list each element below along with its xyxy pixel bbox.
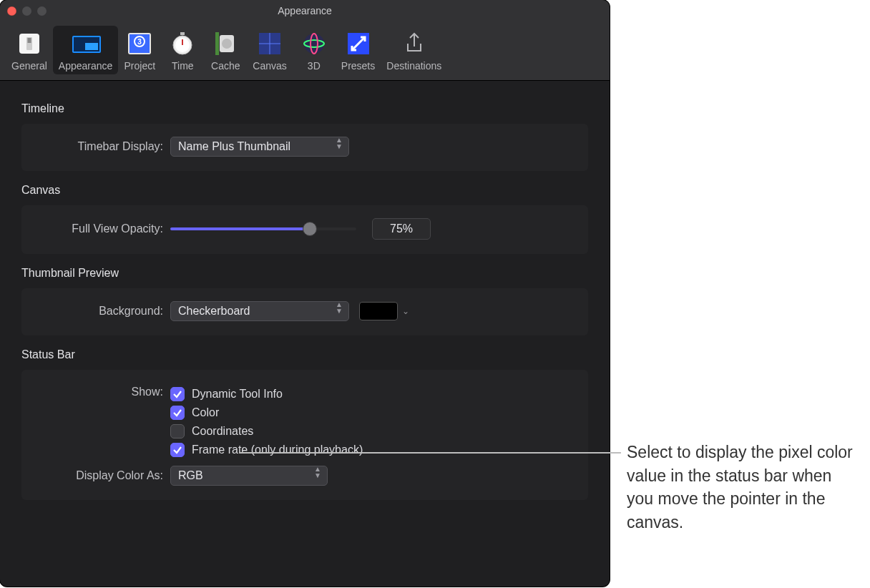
- tab-label: Canvas: [253, 60, 286, 72]
- thumbnail-section-title: Thumbnail Preview: [21, 267, 588, 280]
- background-label: Background:: [34, 305, 170, 318]
- tab-label: Time: [172, 60, 194, 72]
- window-title: Appearance: [0, 5, 610, 16]
- drive-icon: [210, 30, 240, 57]
- popup-value: Checkerboard: [178, 305, 250, 318]
- tab-canvas[interactable]: Canvas: [247, 26, 292, 74]
- show-label: Show:: [34, 386, 170, 398]
- tab-time[interactable]: Time: [161, 26, 204, 74]
- checkbox-label: Coordinates: [192, 425, 253, 438]
- grid-icon: [255, 30, 285, 57]
- svg-text:3: 3: [138, 38, 142, 46]
- background-color-swatch[interactable]: [359, 302, 398, 320]
- preferences-window: Appearance General Appearance 3 Project: [0, 0, 610, 587]
- tab-cache[interactable]: Cache: [204, 26, 247, 74]
- opacity-value[interactable]: 75%: [372, 218, 431, 240]
- sphere-icon: [299, 30, 329, 57]
- chevron-down-icon[interactable]: ⌄: [402, 306, 409, 316]
- frame-rate-checkbox[interactable]: [170, 443, 185, 457]
- full-view-opacity-label: Full View Opacity:: [34, 222, 170, 235]
- svg-rect-13: [180, 32, 185, 35]
- canvas-section-title: Canvas: [21, 184, 588, 197]
- canvas-panel: Full View Opacity: 75%: [21, 205, 588, 254]
- clapper-icon: 3: [124, 30, 155, 57]
- stepper-icon: ▲▼: [336, 140, 343, 153]
- timeline-panel: Timebar Display: Name Plus Thumbnail ▲▼: [21, 124, 588, 171]
- tab-appearance[interactable]: Appearance: [53, 26, 119, 74]
- stepper-icon: ▲▼: [336, 305, 343, 318]
- svg-rect-14: [215, 32, 219, 55]
- tab-label: Destinations: [386, 60, 441, 72]
- preferences-toolbar: General Appearance 3 Project Time: [0, 21, 610, 81]
- timebar-display-label: Timebar Display:: [34, 140, 170, 153]
- tab-destinations[interactable]: Destinations: [381, 26, 447, 74]
- tab-general[interactable]: General: [6, 26, 53, 74]
- tab-label: Project: [124, 60, 156, 72]
- display-color-as-label: Display Color As:: [34, 469, 170, 482]
- tab-presets[interactable]: Presets: [336, 26, 381, 74]
- slider-knob[interactable]: [303, 222, 317, 236]
- svg-rect-2: [27, 38, 31, 43]
- display-color-as-popup[interactable]: RGB ▲▼: [170, 466, 328, 486]
- switch-icon: [14, 30, 44, 57]
- tab-3d[interactable]: 3D: [293, 26, 336, 74]
- expand-icon: [343, 30, 373, 57]
- coordinates-checkbox[interactable]: [170, 424, 185, 438]
- display-icon: [71, 30, 101, 57]
- statusbar-section-title: Status Bar: [21, 348, 588, 361]
- popup-value: Name Plus Thumbnail: [178, 140, 290, 153]
- timeline-section-title: Timeline: [21, 102, 588, 115]
- timebar-display-popup[interactable]: Name Plus Thumbnail ▲▼: [170, 137, 349, 157]
- opacity-slider[interactable]: [170, 227, 356, 230]
- checkbox-label: Color: [192, 406, 219, 419]
- color-checkbox[interactable]: [170, 406, 185, 420]
- tab-label: Presets: [341, 60, 375, 72]
- dynamic-tool-info-checkbox[interactable]: [170, 387, 185, 401]
- svg-rect-5: [85, 43, 98, 50]
- checkbox-label: Dynamic Tool Info: [192, 388, 283, 401]
- annotation-leader-line: [239, 452, 621, 454]
- thumbnail-panel: Background: Checkerboard ▲▼ ⌄: [21, 288, 588, 335]
- tab-label: Appearance: [59, 60, 113, 72]
- annotation-text: Select to display the pixel color value …: [627, 441, 860, 534]
- tab-label: Cache: [211, 60, 240, 72]
- stopwatch-icon: [167, 30, 197, 57]
- svg-point-20: [304, 34, 324, 54]
- slider-fill: [170, 227, 310, 230]
- statusbar-panel: Show: Dynamic Tool Info Color Coordinate…: [21, 370, 588, 500]
- tab-label: 3D: [308, 60, 321, 72]
- window-titlebar: Appearance: [0, 0, 610, 21]
- popup-value: RGB: [178, 469, 203, 482]
- tab-project[interactable]: 3 Project: [118, 26, 161, 74]
- background-popup[interactable]: Checkerboard ▲▼: [170, 301, 349, 321]
- tab-label: General: [11, 60, 47, 72]
- checkbox-label: Frame rate (only during playback): [192, 444, 363, 456]
- svg-point-16: [222, 39, 232, 49]
- preferences-content: Timeline Timebar Display: Name Plus Thum…: [0, 81, 610, 529]
- stepper-icon: ▲▼: [314, 469, 321, 482]
- share-icon: [399, 30, 429, 57]
